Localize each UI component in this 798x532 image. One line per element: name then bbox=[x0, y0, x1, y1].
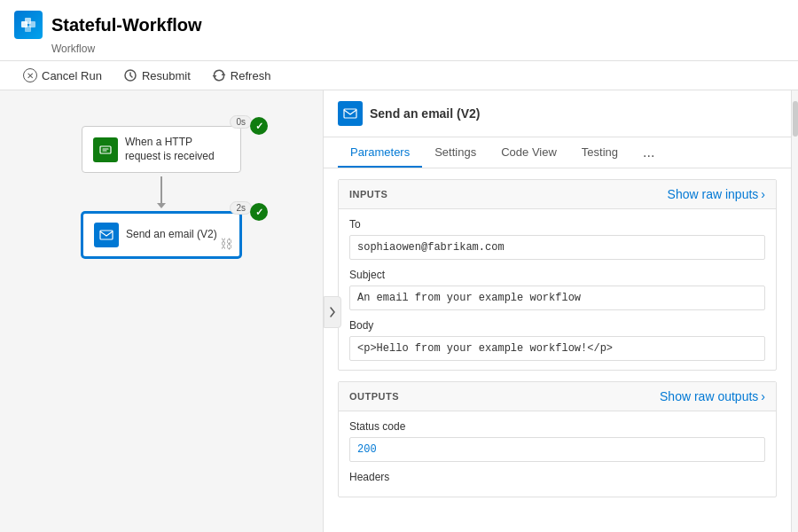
resubmit-icon bbox=[123, 68, 137, 82]
app-header: Stateful-Workflow Workflow bbox=[0, 0, 798, 61]
body-value: <p>Hello from your example workflow!</p> bbox=[349, 336, 765, 361]
send-email-label: Send an email (V2) bbox=[126, 228, 217, 242]
page-title: Stateful-Workflow bbox=[51, 15, 202, 35]
status-code-label: Status code bbox=[349, 420, 765, 433]
http-trigger-label: When a HTTP request is received bbox=[125, 136, 230, 163]
svg-rect-7 bbox=[344, 109, 356, 118]
subject-value: An email from your example workflow bbox=[349, 286, 765, 310]
show-raw-outputs-button[interactable]: Show raw outputs › bbox=[660, 389, 765, 403]
collapse-panel-button[interactable] bbox=[324, 296, 341, 328]
to-value: sophiaowen@fabrikam.com bbox=[349, 235, 765, 260]
svg-rect-3 bbox=[25, 26, 31, 32]
tab-more-button[interactable]: ... bbox=[634, 137, 663, 168]
tab-settings[interactable]: Settings bbox=[422, 138, 489, 168]
resubmit-button[interactable]: Resubmit bbox=[114, 65, 200, 86]
node1-time-badge: 0s bbox=[230, 115, 252, 129]
status-code-value: 200 bbox=[349, 437, 765, 462]
inputs-section-title: INPUTS bbox=[349, 189, 387, 200]
to-label: To bbox=[349, 218, 765, 231]
tab-parameters[interactable]: Parameters bbox=[338, 138, 422, 168]
detail-panel: Send an email (V2) Parameters Settings C… bbox=[324, 90, 791, 532]
body-field: Body <p>Hello from your example workflow… bbox=[339, 319, 776, 370]
subject-label: Subject bbox=[349, 269, 765, 281]
http-trigger-node[interactable]: When a HTTP request is received bbox=[82, 126, 241, 173]
scrollbar-thumb bbox=[793, 101, 798, 137]
status-code-field: Status code 200 bbox=[339, 411, 776, 471]
app-icon bbox=[14, 11, 43, 39]
headers-field: Headers bbox=[339, 471, 776, 497]
refresh-label: Refresh bbox=[231, 69, 271, 82]
send-email-icon bbox=[94, 223, 119, 247]
send-email-node-wrapper: Send an email (V2) ⛓ 2s ✓ bbox=[82, 212, 241, 258]
refresh-icon bbox=[212, 68, 226, 82]
link-icon: ⛓ bbox=[220, 237, 232, 251]
tab-code-view[interactable]: Code View bbox=[489, 138, 569, 168]
scrollbar[interactable] bbox=[791, 90, 798, 532]
outputs-section: OUTPUTS Show raw outputs › Status code 2… bbox=[338, 381, 777, 497]
outputs-section-header: OUTPUTS Show raw outputs › bbox=[339, 382, 776, 411]
chevron-right-icon-outputs: › bbox=[761, 389, 765, 403]
show-raw-inputs-button[interactable]: Show raw inputs › bbox=[668, 187, 765, 201]
node2-time-badge: 2s bbox=[230, 201, 252, 215]
panel-content: INPUTS Show raw inputs › To sophiaowen@f… bbox=[324, 168, 791, 532]
http-trigger-node-wrapper: When a HTTP request is received 0s ✓ bbox=[82, 126, 241, 173]
show-raw-outputs-label: Show raw outputs bbox=[660, 389, 758, 403]
node1-check-badge: ✓ bbox=[250, 117, 268, 135]
outputs-section-title: OUTPUTS bbox=[349, 391, 399, 402]
workflow-canvas: When a HTTP request is received 0s ✓ bbox=[0, 90, 324, 532]
svg-rect-2 bbox=[25, 18, 31, 24]
cancel-run-label: Cancel Run bbox=[42, 69, 102, 82]
refresh-button[interactable]: Refresh bbox=[203, 65, 280, 86]
panel-tabs: Parameters Settings Code View Testing ..… bbox=[324, 137, 791, 168]
chevron-right-icon: › bbox=[761, 187, 765, 201]
cancel-run-button[interactable]: ✕ Cancel Run bbox=[14, 65, 111, 86]
workflow-nodes: When a HTTP request is received 0s ✓ bbox=[18, 108, 305, 258]
subject-field: Subject An email from your example workf… bbox=[339, 269, 776, 319]
send-email-node[interactable]: Send an email (V2) ⛓ bbox=[82, 212, 241, 258]
status-code-text: 200 bbox=[357, 443, 377, 456]
panel-title: Send an email (V2) bbox=[370, 106, 480, 121]
panel-header: Send an email (V2) bbox=[324, 90, 791, 137]
headers-label: Headers bbox=[349, 471, 765, 483]
http-trigger-icon bbox=[93, 137, 118, 162]
panel-action-icon bbox=[338, 101, 363, 126]
to-field: To sophiaowen@fabrikam.com bbox=[339, 209, 776, 269]
node2-check-badge: ✓ bbox=[250, 203, 268, 221]
cancel-icon: ✕ bbox=[23, 68, 37, 82]
tab-testing[interactable]: Testing bbox=[569, 138, 630, 168]
svg-rect-5 bbox=[100, 146, 111, 153]
svg-rect-6 bbox=[100, 231, 113, 239]
connector-1 bbox=[157, 176, 166, 208]
body-label: Body bbox=[349, 319, 765, 332]
toolbar: ✕ Cancel Run Resubmit Refresh bbox=[0, 61, 798, 90]
show-raw-inputs-label: Show raw inputs bbox=[668, 187, 759, 201]
inputs-section-header: INPUTS Show raw inputs › bbox=[339, 180, 776, 209]
inputs-section: INPUTS Show raw inputs › To sophiaowen@f… bbox=[338, 179, 777, 371]
resubmit-label: Resubmit bbox=[142, 69, 191, 82]
page-subtitle: Workflow bbox=[51, 43, 784, 55]
